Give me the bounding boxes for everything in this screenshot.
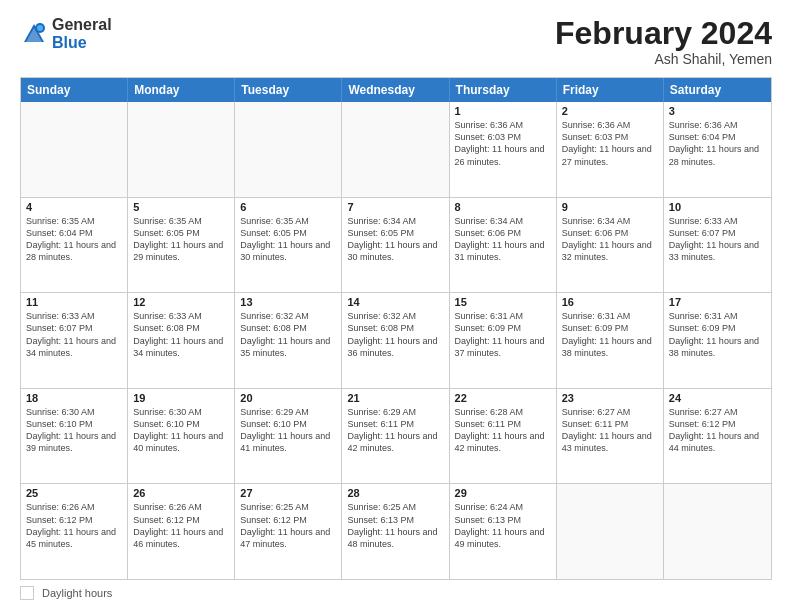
day-number: 8	[455, 201, 551, 213]
day-number: 2	[562, 105, 658, 117]
calendar-cell	[235, 102, 342, 197]
month-year: February 2024	[555, 16, 772, 51]
cell-detail: Sunrise: 6:33 AM Sunset: 6:08 PM Dayligh…	[133, 310, 229, 359]
cell-detail: Sunrise: 6:26 AM Sunset: 6:12 PM Dayligh…	[26, 501, 122, 550]
day-number: 22	[455, 392, 551, 404]
title-block: February 2024 Ash Shahil, Yemen	[555, 16, 772, 67]
day-number: 21	[347, 392, 443, 404]
cell-detail: Sunrise: 6:35 AM Sunset: 6:05 PM Dayligh…	[240, 215, 336, 264]
cell-detail: Sunrise: 6:24 AM Sunset: 6:13 PM Dayligh…	[455, 501, 551, 550]
day-number: 4	[26, 201, 122, 213]
cell-detail: Sunrise: 6:27 AM Sunset: 6:12 PM Dayligh…	[669, 406, 766, 455]
header: General Blue February 2024 Ash Shahil, Y…	[20, 16, 772, 67]
cell-detail: Sunrise: 6:33 AM Sunset: 6:07 PM Dayligh…	[26, 310, 122, 359]
day-number: 3	[669, 105, 766, 117]
calendar-week: 18Sunrise: 6:30 AM Sunset: 6:10 PM Dayli…	[21, 389, 771, 485]
day-number: 7	[347, 201, 443, 213]
day-number: 13	[240, 296, 336, 308]
cell-detail: Sunrise: 6:29 AM Sunset: 6:11 PM Dayligh…	[347, 406, 443, 455]
day-number: 12	[133, 296, 229, 308]
day-number: 29	[455, 487, 551, 499]
logo-general: General	[52, 16, 112, 34]
cell-detail: Sunrise: 6:31 AM Sunset: 6:09 PM Dayligh…	[455, 310, 551, 359]
day-number: 26	[133, 487, 229, 499]
logo-blue: Blue	[52, 34, 112, 52]
cell-detail: Sunrise: 6:34 AM Sunset: 6:06 PM Dayligh…	[562, 215, 658, 264]
calendar-cell	[21, 102, 128, 197]
calendar-cell: 5Sunrise: 6:35 AM Sunset: 6:05 PM Daylig…	[128, 198, 235, 293]
calendar-cell	[664, 484, 771, 579]
day-number: 27	[240, 487, 336, 499]
day-number: 5	[133, 201, 229, 213]
calendar-body: 1Sunrise: 6:36 AM Sunset: 6:03 PM Daylig…	[21, 102, 771, 579]
cell-detail: Sunrise: 6:30 AM Sunset: 6:10 PM Dayligh…	[26, 406, 122, 455]
calendar-cell	[557, 484, 664, 579]
calendar-cell: 1Sunrise: 6:36 AM Sunset: 6:03 PM Daylig…	[450, 102, 557, 197]
day-number: 14	[347, 296, 443, 308]
calendar-cell	[128, 102, 235, 197]
calendar-week: 25Sunrise: 6:26 AM Sunset: 6:12 PM Dayli…	[21, 484, 771, 579]
calendar-cell: 27Sunrise: 6:25 AM Sunset: 6:12 PM Dayli…	[235, 484, 342, 579]
calendar-cell: 2Sunrise: 6:36 AM Sunset: 6:03 PM Daylig…	[557, 102, 664, 197]
calendar-cell: 10Sunrise: 6:33 AM Sunset: 6:07 PM Dayli…	[664, 198, 771, 293]
day-number: 19	[133, 392, 229, 404]
cell-detail: Sunrise: 6:32 AM Sunset: 6:08 PM Dayligh…	[240, 310, 336, 359]
cell-detail: Sunrise: 6:34 AM Sunset: 6:05 PM Dayligh…	[347, 215, 443, 264]
cell-detail: Sunrise: 6:30 AM Sunset: 6:10 PM Dayligh…	[133, 406, 229, 455]
calendar-header-cell: Friday	[557, 78, 664, 102]
calendar-cell: 26Sunrise: 6:26 AM Sunset: 6:12 PM Dayli…	[128, 484, 235, 579]
day-number: 6	[240, 201, 336, 213]
cell-detail: Sunrise: 6:28 AM Sunset: 6:11 PM Dayligh…	[455, 406, 551, 455]
day-number: 17	[669, 296, 766, 308]
cell-detail: Sunrise: 6:27 AM Sunset: 6:11 PM Dayligh…	[562, 406, 658, 455]
day-number: 15	[455, 296, 551, 308]
cell-detail: Sunrise: 6:34 AM Sunset: 6:06 PM Dayligh…	[455, 215, 551, 264]
calendar-cell: 12Sunrise: 6:33 AM Sunset: 6:08 PM Dayli…	[128, 293, 235, 388]
calendar: SundayMondayTuesdayWednesdayThursdayFrid…	[20, 77, 772, 580]
calendar-week: 4Sunrise: 6:35 AM Sunset: 6:04 PM Daylig…	[21, 198, 771, 294]
cell-detail: Sunrise: 6:26 AM Sunset: 6:12 PM Dayligh…	[133, 501, 229, 550]
cell-detail: Sunrise: 6:33 AM Sunset: 6:07 PM Dayligh…	[669, 215, 766, 264]
calendar-cell: 20Sunrise: 6:29 AM Sunset: 6:10 PM Dayli…	[235, 389, 342, 484]
location: Ash Shahil, Yemen	[555, 51, 772, 67]
calendar-cell: 21Sunrise: 6:29 AM Sunset: 6:11 PM Dayli…	[342, 389, 449, 484]
day-number: 20	[240, 392, 336, 404]
day-number: 18	[26, 392, 122, 404]
day-number: 25	[26, 487, 122, 499]
calendar-week: 1Sunrise: 6:36 AM Sunset: 6:03 PM Daylig…	[21, 102, 771, 198]
calendar-header-cell: Saturday	[664, 78, 771, 102]
day-number: 10	[669, 201, 766, 213]
logo-icon	[20, 20, 48, 48]
day-number: 23	[562, 392, 658, 404]
calendar-header-cell: Sunday	[21, 78, 128, 102]
calendar-cell: 14Sunrise: 6:32 AM Sunset: 6:08 PM Dayli…	[342, 293, 449, 388]
svg-point-3	[37, 25, 43, 31]
calendar-cell: 7Sunrise: 6:34 AM Sunset: 6:05 PM Daylig…	[342, 198, 449, 293]
calendar-cell: 16Sunrise: 6:31 AM Sunset: 6:09 PM Dayli…	[557, 293, 664, 388]
day-number: 16	[562, 296, 658, 308]
calendar-header-row: SundayMondayTuesdayWednesdayThursdayFrid…	[21, 78, 771, 102]
calendar-cell: 19Sunrise: 6:30 AM Sunset: 6:10 PM Dayli…	[128, 389, 235, 484]
day-number: 1	[455, 105, 551, 117]
day-number: 28	[347, 487, 443, 499]
calendar-cell: 28Sunrise: 6:25 AM Sunset: 6:13 PM Dayli…	[342, 484, 449, 579]
calendar-cell: 13Sunrise: 6:32 AM Sunset: 6:08 PM Dayli…	[235, 293, 342, 388]
calendar-cell	[342, 102, 449, 197]
calendar-cell: 24Sunrise: 6:27 AM Sunset: 6:12 PM Dayli…	[664, 389, 771, 484]
cell-detail: Sunrise: 6:29 AM Sunset: 6:10 PM Dayligh…	[240, 406, 336, 455]
day-number: 24	[669, 392, 766, 404]
page: General Blue February 2024 Ash Shahil, Y…	[0, 0, 792, 612]
calendar-cell: 15Sunrise: 6:31 AM Sunset: 6:09 PM Dayli…	[450, 293, 557, 388]
day-number: 9	[562, 201, 658, 213]
cell-detail: Sunrise: 6:32 AM Sunset: 6:08 PM Dayligh…	[347, 310, 443, 359]
calendar-week: 11Sunrise: 6:33 AM Sunset: 6:07 PM Dayli…	[21, 293, 771, 389]
calendar-cell: 11Sunrise: 6:33 AM Sunset: 6:07 PM Dayli…	[21, 293, 128, 388]
calendar-cell: 25Sunrise: 6:26 AM Sunset: 6:12 PM Dayli…	[21, 484, 128, 579]
calendar-cell: 18Sunrise: 6:30 AM Sunset: 6:10 PM Dayli…	[21, 389, 128, 484]
calendar-cell: 9Sunrise: 6:34 AM Sunset: 6:06 PM Daylig…	[557, 198, 664, 293]
calendar-cell: 4Sunrise: 6:35 AM Sunset: 6:04 PM Daylig…	[21, 198, 128, 293]
cell-detail: Sunrise: 6:36 AM Sunset: 6:04 PM Dayligh…	[669, 119, 766, 168]
daylight-hours-label: Daylight hours	[42, 587, 112, 599]
calendar-cell: 23Sunrise: 6:27 AM Sunset: 6:11 PM Dayli…	[557, 389, 664, 484]
calendar-cell: 17Sunrise: 6:31 AM Sunset: 6:09 PM Dayli…	[664, 293, 771, 388]
